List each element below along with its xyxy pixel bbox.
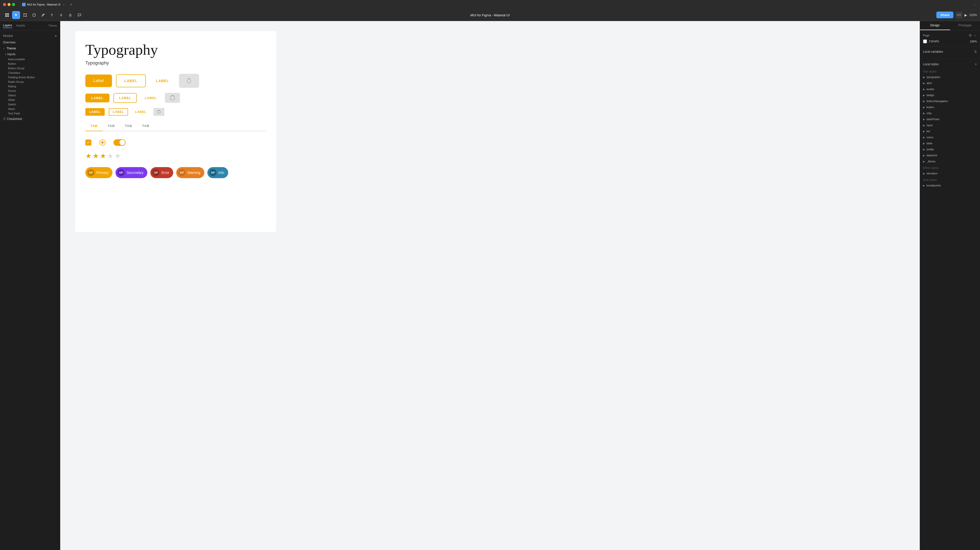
browser-tab-bar: MUI for Figma - Material UI × + [19,2,74,7]
star-3[interactable]: ★ [100,152,106,160]
style-group-menu-header[interactable]: ▶ menu [920,135,980,140]
sidebar-item-autocomplete[interactable]: Autocomplete [0,57,60,62]
sidebar-item-radio-group[interactable]: Radio Group [0,79,60,84]
hand-tool[interactable] [66,11,74,19]
sidebar-item-rating[interactable]: Rating [0,84,60,89]
chevron-badge: ▶ [923,94,925,97]
sidebar-item-fab[interactable]: Floating Action Button [0,75,60,79]
sidebar-item-select[interactable]: Select [0,93,60,98]
add-tab-button[interactable]: + [68,2,73,7]
chip-secondary[interactable]: OP Secondary [116,167,147,178]
style-group-badge-header[interactable]: ▶ badge [920,92,980,98]
chip-primary[interactable]: OP Primary [85,167,113,178]
page-expand-icon[interactable]: ↔ [974,33,977,37]
sidebar-tab-layers[interactable]: Layers [3,23,12,28]
style-group-table-header[interactable]: ▶ table [920,141,980,146]
medium-outlined-button[interactable]: LABEL [113,93,137,103]
sidebar-item-button[interactable]: Button [0,62,60,66]
checkbox-checked[interactable]: ✓ [85,140,91,146]
tab-item-1[interactable]: TAB [103,121,120,131]
sidebar-tab-assets[interactable]: Assets [16,23,25,28]
small-outlined-button[interactable]: LABEL [109,108,128,116]
play-button[interactable]: ▶ [964,13,967,17]
sidebar-item-switch[interactable]: Switch [0,102,60,107]
sidebar-item-checkbox[interactable]: Checkbox [0,70,60,75]
style-group-elevation-header[interactable]: ▶ elevation [920,171,980,176]
rating-label: Rating [8,85,16,88]
add-style-button[interactable]: + [975,62,977,67]
star-2[interactable]: ★ [92,152,99,160]
minimize-traffic-light[interactable] [8,3,11,6]
tabs-row: TAB TAB TAB TAB [85,121,266,131]
local-variables-sort-icon[interactable]: ⇅ [974,50,977,54]
style-group-datagrid-header[interactable]: ▶ dataGrid [920,153,980,158]
sidebar-item-forms[interactable]: Forms [0,89,60,93]
page-color-swatch[interactable] [923,40,927,43]
frame-tool[interactable] [21,11,29,19]
add-page-button[interactable]: + [55,34,57,38]
large-primary-button[interactable]: Label [85,75,112,87]
small-button-row: LABEL LABEL LABEL [85,108,266,116]
small-primary-button[interactable]: LABEL [85,108,105,116]
text-tool[interactable]: T [48,11,56,19]
toolbar-right: Share </> ▶ 163% [936,11,977,19]
style-group-library-header[interactable]: ▶ _library [920,159,980,164]
chip-info[interactable]: OP Info [207,167,228,178]
close-traffic-light[interactable] [3,3,6,6]
sidebar-item-text-field[interactable]: Text Field [0,111,60,116]
chip-error[interactable]: OP Error [150,167,173,178]
page-opacity: 100% [970,40,977,43]
style-group-chip-header[interactable]: ▶ chip [920,111,980,116]
star-4[interactable]: ★ [107,152,113,160]
code-view-button[interactable]: </> [955,11,963,19]
star-1[interactable]: ★ [85,152,92,160]
maximize-traffic-light[interactable] [12,3,15,6]
medium-primary-button[interactable]: LABEL [85,94,110,102]
style-group-typography-header[interactable]: ▶ typography [920,75,980,79]
sidebar-item-inputs[interactable]: ▾ Inputs [0,51,60,57]
page-theme-label: Theme [6,47,16,50]
comment-tool[interactable] [75,11,83,19]
small-loading-button [153,108,164,116]
style-group-alert-header[interactable]: ▶ alert [920,81,980,86]
page-settings-icon[interactable]: ⚙ [969,33,972,37]
large-text-button[interactable]: LABEL [150,75,175,87]
tab-item-2[interactable]: TAB [120,121,137,131]
active-browser-tab[interactable]: MUI for Figma - Material UI × [19,2,67,7]
chip-avatar-primary: OP [88,169,94,176]
sidebar-item-cheatsheet[interactable]: ☰ Cheatsheet [0,116,60,122]
sidebar-item-stack[interactable]: Stack [0,107,60,111]
large-outlined-button[interactable]: LABEL [116,74,146,87]
design-tab[interactable]: Design [920,21,950,30]
style-group-bottomnavigation-header[interactable]: ▶ bottomNavigation [920,99,980,103]
toggle-switch[interactable] [113,139,126,146]
style-group-button-header[interactable]: ▶ button [920,105,980,110]
style-group-datepicker-header[interactable]: ▶ datePicker [920,117,980,122]
sidebar-item-slider[interactable]: Slider [0,98,60,102]
radio-button[interactable] [99,140,105,146]
sidebar-item-button-group[interactable]: Button Group [0,66,60,70]
pages-tool[interactable] [3,11,11,19]
share-button[interactable]: Share [936,11,953,18]
shape-tool[interactable] [30,11,38,19]
move-tool[interactable] [12,11,20,19]
style-group-list-header[interactable]: ▶ list [920,129,980,134]
medium-text-button[interactable]: LABEL [141,94,161,102]
star-5[interactable]: ★ [115,152,121,160]
prototype-tab[interactable]: Prototype [950,21,980,30]
style-group-input-header[interactable]: ▶ input [920,123,980,128]
style-group-tooltip-header[interactable]: ▶ tooltip [920,147,980,152]
tab-item-0[interactable]: TAB [85,121,103,131]
small-text-button[interactable]: LABEL [132,109,150,115]
tab-item-3[interactable]: TAB [137,121,154,131]
page-item-theme[interactable]: ✓ Theme [0,45,60,51]
pen-tool[interactable] [39,11,47,19]
canvas[interactable]: Typography Typography Label LABEL LABEL … [60,21,920,550]
page-item-overview[interactable]: Overview [0,40,60,45]
chip-warning[interactable]: OP Warning [176,167,204,178]
component-tool[interactable] [57,11,65,19]
style-group-avatar-header[interactable]: ▶ avatar [920,87,980,92]
style-group-breakpoints-header[interactable]: ▶ breakpoints [920,183,980,188]
tab-close-button[interactable]: × [63,3,65,6]
medium-loading-button [165,93,180,103]
